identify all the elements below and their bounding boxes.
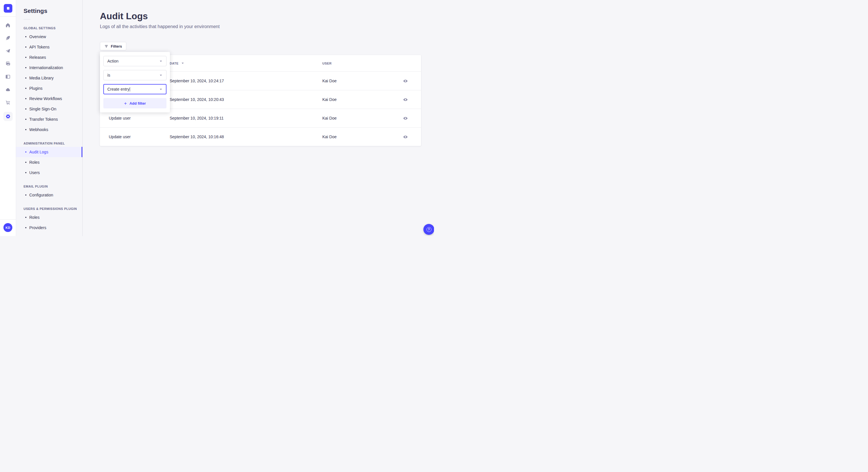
sidebar-item-audit-logs[interactable]: Audit Logs	[16, 147, 82, 157]
cart-icon[interactable]	[5, 99, 11, 106]
filters-button[interactable]: Filters	[100, 42, 126, 50]
sidebar-item-label: Providers	[29, 225, 46, 230]
sidebar-item-transfer-tokens[interactable]: Transfer Tokens	[16, 114, 82, 125]
bullet-dot	[25, 46, 26, 47]
sidebar-item-plugins[interactable]: Plugins	[16, 83, 82, 94]
bullet-dot	[25, 67, 26, 68]
layout-icon[interactable]	[5, 73, 11, 80]
avatar[interactable]: KD	[3, 223, 12, 232]
sidebar-item-media-library[interactable]: Media Library	[16, 73, 82, 83]
sidebar-item-label: Audit Logs	[29, 150, 48, 154]
eye-icon	[403, 134, 408, 139]
bullet-dot	[25, 119, 26, 120]
sidebar-item-label: Roles	[29, 160, 40, 165]
users-permissions-list: Roles Providers	[16, 212, 82, 233]
bullet-dot	[25, 227, 26, 228]
sidebar-item-admin-roles[interactable]: Roles	[16, 157, 82, 167]
rail-bottom: KD	[0, 220, 16, 236]
cell-user: Kai Doe	[322, 134, 400, 139]
bullet-dot	[25, 88, 26, 89]
bullet-dot	[25, 172, 26, 173]
column-header-date[interactable]: DATE	[169, 62, 322, 65]
view-details-button[interactable]	[402, 97, 408, 103]
sidebar-item-label: Webhooks	[29, 127, 48, 132]
cell-action: Update user	[100, 116, 169, 121]
global-settings-list: Overview API Tokens Releases Internation…	[16, 32, 82, 135]
filter-field-value: Action	[107, 59, 119, 63]
page-subtitle: Logs of all the activities that happened…	[100, 24, 220, 29]
sidebar-item-single-sign-on[interactable]: Single Sign-On	[16, 104, 82, 114]
add-filter-label: Add filter	[129, 101, 146, 105]
feather-icon[interactable]	[5, 34, 11, 41]
media-icon[interactable]	[5, 60, 11, 67]
filter-field-select[interactable]: Action	[103, 56, 166, 66]
sidebar-item-label: Overview	[29, 34, 46, 39]
sidebar-item-label: Users	[29, 170, 40, 175]
bullet-dot	[25, 98, 26, 99]
filter-icon	[104, 44, 108, 48]
section-label-users-permissions-plugin: USERS & PERMISSIONS PLUGIN	[16, 207, 82, 210]
sidebar-item-label: Roles	[29, 215, 40, 220]
bullet-dot	[25, 162, 26, 163]
email-plugin-list: Configuration	[16, 190, 82, 200]
view-details-button[interactable]	[402, 78, 408, 84]
strapi-logo-icon[interactable]	[4, 4, 12, 12]
sidebar-title-divider	[24, 19, 30, 20]
cell-user: Kai Doe	[322, 116, 400, 121]
send-icon[interactable]	[5, 47, 11, 54]
sidebar-item-review-workflows[interactable]: Review Workflows	[16, 94, 82, 104]
help-button[interactable]: ?	[423, 224, 434, 235]
cell-date: September 10, 2024, 10:24:17	[169, 78, 322, 83]
section-label-email-plugin: EMAIL PLUGIN	[16, 185, 82, 188]
add-filter-button[interactable]: + Add filter	[103, 98, 166, 108]
sidebar-item-internationalization[interactable]: Internationalization	[16, 63, 82, 73]
bullet-dot	[25, 151, 26, 153]
sidebar-item-webhooks[interactable]: Webhooks	[16, 125, 82, 135]
eye-icon	[403, 97, 408, 102]
filter-operator-select[interactable]: is	[103, 70, 166, 80]
app-screen: KD Settings GLOBAL SETTINGS Overview API…	[0, 0, 434, 236]
column-header-date-label: DATE	[169, 62, 179, 65]
sidebar-item-configuration[interactable]: Configuration	[16, 190, 82, 200]
cell-date: September 10, 2024, 10:19:11	[169, 116, 322, 121]
cloud-icon[interactable]	[5, 86, 11, 93]
rail-nav	[3, 22, 12, 121]
sidebar-title: Settings	[16, 0, 82, 14]
sidebar-item-releases[interactable]: Releases	[16, 52, 82, 63]
sidebar-item-label: Media Library	[29, 76, 54, 80]
chevron-down-icon	[159, 74, 162, 77]
bullet-dot	[25, 36, 26, 37]
table-row[interactable]: Update user September 10, 2024, 10:16:48…	[100, 128, 421, 146]
sidebar-item-up-providers[interactable]: Providers	[16, 223, 82, 233]
sidebar-item-label: Review Workflows	[29, 96, 62, 101]
sidebar-item-label: Plugins	[29, 86, 42, 91]
sidebar-item-admin-users[interactable]: Users	[16, 167, 82, 178]
filter-operator-value: is	[107, 73, 110, 77]
bullet-dot	[25, 217, 26, 218]
icon-rail: KD	[0, 0, 16, 236]
eye-icon	[403, 116, 408, 121]
section-label-global-settings: GLOBAL SETTINGS	[16, 26, 82, 30]
bullet-dot	[25, 108, 26, 109]
bullet-dot	[25, 194, 26, 196]
sidebar-item-label: Configuration	[29, 193, 53, 197]
plus-icon: +	[124, 101, 127, 106]
sidebar-item-label: Releases	[29, 55, 46, 60]
view-details-button[interactable]	[402, 134, 408, 140]
settings-sidebar: Settings GLOBAL SETTINGS Overview API To…	[16, 0, 83, 236]
sidebar-item-up-roles[interactable]: Roles	[16, 212, 82, 223]
home-icon[interactable]	[5, 22, 11, 28]
eye-icon	[403, 78, 408, 83]
section-label-administration-panel: ADMINISTRATION PANEL	[16, 142, 82, 145]
view-details-button[interactable]	[402, 115, 408, 121]
cell-date: September 10, 2024, 10:20:43	[169, 97, 322, 102]
sidebar-item-overview[interactable]: Overview	[16, 32, 82, 42]
sidebar-item-label: Internationalization	[29, 65, 63, 70]
sidebar-item-api-tokens[interactable]: API Tokens	[16, 42, 82, 52]
cell-user: Kai Doe	[322, 78, 400, 83]
filter-value-select[interactable]: Create entry	[103, 84, 166, 94]
bullet-dot	[25, 129, 26, 130]
gear-icon[interactable]	[3, 112, 12, 121]
sidebar-item-label: Transfer Tokens	[29, 117, 58, 122]
filter-popover: Action is Create entry + Add filter	[100, 52, 170, 112]
